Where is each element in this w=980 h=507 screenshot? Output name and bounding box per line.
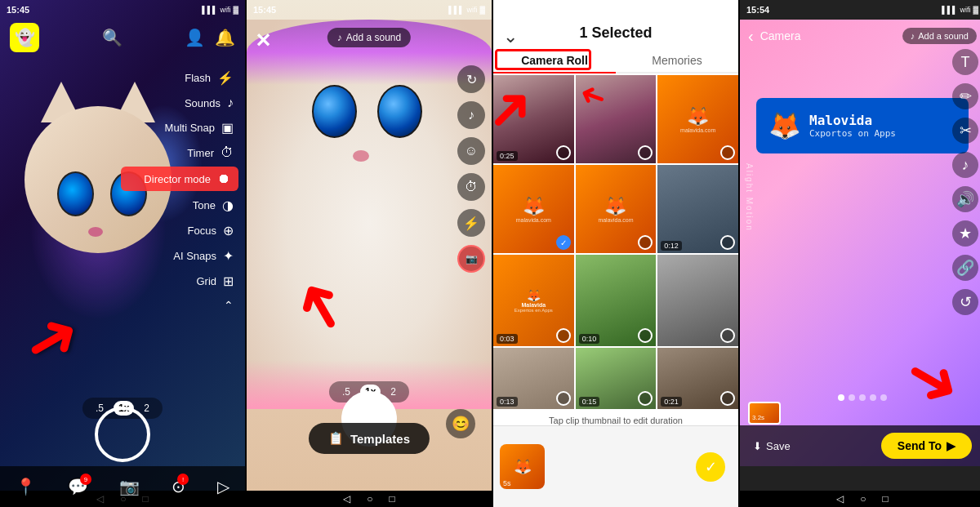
p4-back-button[interactable]: ‹ xyxy=(748,27,754,46)
p4-back-triangle: ◁ xyxy=(836,493,844,505)
camera-controls-right: ↻ ♪ ☺ ⏱ ⚡ 📷 xyxy=(457,65,485,273)
clip-thumbnail[interactable]: 🦊 5s xyxy=(500,444,545,489)
grid-cell-7[interactable]: 🦊 Malavida Expertos en Apps 0:03 xyxy=(493,255,574,346)
menu-sounds[interactable]: Sounds ♪ xyxy=(114,91,245,115)
grid-cell-6[interactable]: 0:12 xyxy=(657,165,738,253)
location-icon[interactable]: 📍 xyxy=(16,477,36,496)
panel1-bottom-nav: 📍 💬 9 📷 ⊙ ! ▷ xyxy=(0,466,245,507)
p2-zoom-2x[interactable]: 2 xyxy=(385,385,401,399)
grid-cell-3[interactable]: 🦊 malavida.com xyxy=(657,75,738,163)
grid-cell-9[interactable] xyxy=(657,255,738,346)
menu-focus[interactable]: Focus ⊕ xyxy=(114,218,245,243)
grid-cell-8[interactable]: 0:10 xyxy=(576,255,657,346)
p4-add-sound-button[interactable]: ♪ Add a sound xyxy=(902,28,977,44)
panel1-status-icons: ▌▌▌ wifi ▓ xyxy=(202,6,238,14)
spotlight-icon[interactable]: ▷ xyxy=(217,477,229,496)
flip-camera-btn[interactable]: ↻ xyxy=(457,65,485,93)
chat-icon-wrap[interactable]: 💬 9 xyxy=(68,477,88,496)
menu-collapse[interactable]: ⌃ xyxy=(114,294,245,317)
menu-director-mode[interactable]: Director mode ⏺ xyxy=(121,167,238,191)
camera-icon[interactable]: 📷 xyxy=(119,477,140,496)
camera-menu: Flash ⚡ Sounds ♪ Multi Snap ▣ Timer ⏱ Di… xyxy=(114,65,245,317)
tool-loop[interactable]: ↺ xyxy=(952,289,978,315)
download-icon: ⬇ xyxy=(753,440,762,452)
p2-recents-square: □ xyxy=(390,493,395,505)
check-6 xyxy=(720,235,735,250)
focus-label: Focus xyxy=(188,225,216,237)
music-note-icon: ♪ xyxy=(337,32,342,43)
menu-timer[interactable]: Timer ⏱ xyxy=(114,140,245,165)
tool-text[interactable]: T xyxy=(952,49,978,75)
sounds-label: Sounds xyxy=(185,97,220,109)
panel2-status-bar: 15:45 ▌▌▌ wifi ▓ xyxy=(247,0,492,20)
panel4-status-bar: 15:54 ▌▌▌ wifi ▓ xyxy=(740,0,980,20)
mala-text-7: Malavida xyxy=(522,302,546,308)
menu-aisnaps[interactable]: AI Snaps ✦ xyxy=(114,243,245,269)
menu-flash[interactable]: Flash ⚡ xyxy=(114,65,245,91)
effects-btn[interactable]: ⚡ xyxy=(457,209,485,237)
tool-pen[interactable]: ✏ xyxy=(952,83,978,109)
tool-music[interactable]: ♪ xyxy=(952,152,978,178)
clip-thumb-icon: 🦊 xyxy=(514,458,532,476)
menu-tone[interactable]: Tone ◑ xyxy=(114,193,245,218)
wifi-icon: wifi xyxy=(220,6,230,14)
close-button[interactable]: ✕ xyxy=(255,29,271,52)
malavida-content-area: 🦊 Malovida Cxportos on Apps xyxy=(740,98,980,153)
grid-cell-11[interactable]: 0:15 xyxy=(576,348,657,409)
focus-icon: ⊕ xyxy=(223,223,234,238)
alight-motion-watermark: Alight Motion xyxy=(745,163,754,232)
tone-icon: ◑ xyxy=(222,198,234,213)
grid-cell-10[interactable]: 0:13 xyxy=(493,348,574,409)
tool-sticker[interactable]: ★ xyxy=(952,220,978,247)
notification-icon[interactable]: 🔔 xyxy=(215,28,235,47)
active-icon: 📷 xyxy=(466,253,478,265)
selected-title: 1 Selected xyxy=(493,24,738,42)
mala-icon-3: 🦊 xyxy=(687,106,709,127)
signal-icon: ▌▌▌ xyxy=(202,6,217,14)
stories-icon-wrap[interactable]: ⊙ ! xyxy=(172,477,185,496)
panel4-time: 15:54 xyxy=(746,5,769,15)
multisnap-label: Multi Snap xyxy=(165,122,215,134)
grid-cell-4[interactable]: 🦊 malavida.com ✓ xyxy=(493,165,574,253)
grid-cell-5[interactable]: 🦊 malavida.com xyxy=(576,165,657,253)
search-icon[interactable]: 🔍 xyxy=(102,28,122,47)
tab-memories[interactable]: Memories xyxy=(616,49,738,72)
p2-back-triangle: ◁ xyxy=(343,493,350,505)
p2-wifi-icon: wifi xyxy=(466,6,477,14)
active-mode-btn[interactable]: 📷 xyxy=(457,245,485,273)
emoji-button[interactable]: 😊 xyxy=(446,409,475,438)
face-lens-btn[interactable]: ☺ xyxy=(457,137,485,165)
tool-volume[interactable]: 🔊 xyxy=(952,186,978,212)
menu-grid[interactable]: Grid ⊞ xyxy=(114,269,245,294)
cat-eye-left xyxy=(57,171,94,216)
malavida-subtitle: Cxportos on Apps xyxy=(809,128,896,139)
timeline-duration: 3.2s xyxy=(752,414,764,421)
capture-button-1[interactable] xyxy=(95,407,150,462)
tool-scissors[interactable]: ✂ xyxy=(952,118,978,144)
duration-12: 0:21 xyxy=(661,397,682,407)
cat2-eye-right xyxy=(377,85,422,138)
menu-multisnap[interactable]: Multi Snap ▣ xyxy=(114,115,245,140)
duration-1: 0:25 xyxy=(497,151,518,161)
add-friend-icon[interactable]: 👤 xyxy=(185,28,205,47)
send-to-button[interactable]: Send To ▶ xyxy=(881,433,972,459)
grid-cell-2[interactable]: ➜ xyxy=(576,75,657,163)
p4-signal-icon: ▌▌▌ xyxy=(942,6,957,14)
music-btn[interactable]: ♪ xyxy=(457,101,485,129)
mala-domain-3: malavida.com xyxy=(680,127,715,133)
mala-icon-7: 🦊 xyxy=(527,289,541,302)
timer-btn[interactable]: ⏱ xyxy=(457,173,485,201)
cat-face-close xyxy=(271,36,451,199)
grid-cell-12[interactable]: 0:21 xyxy=(657,348,738,409)
snapchat-logo[interactable]: 👻 xyxy=(10,23,39,52)
sounds-icon: ♪ xyxy=(227,96,234,110)
panel1-top-nav: 👻 🔍 👤 🔔 xyxy=(0,20,245,56)
panel-3: 15:46 ▌▌▌ wifi ▓ ⌄ 1 Selected Camera Rol… xyxy=(493,0,738,507)
aisnaps-icon: ✦ xyxy=(223,248,234,264)
confirm-check-button[interactable]: ✓ xyxy=(696,452,725,482)
malavida-blue-card: 🦊 Malovida Cxportos on Apps xyxy=(756,98,969,153)
templates-button[interactable]: 📋 Templates xyxy=(309,423,430,454)
add-sound-button-2[interactable]: ♪ Add a sound xyxy=(327,28,411,47)
tool-link[interactable]: 🔗 xyxy=(952,255,978,281)
save-button[interactable]: ⬇ Save xyxy=(753,440,791,452)
